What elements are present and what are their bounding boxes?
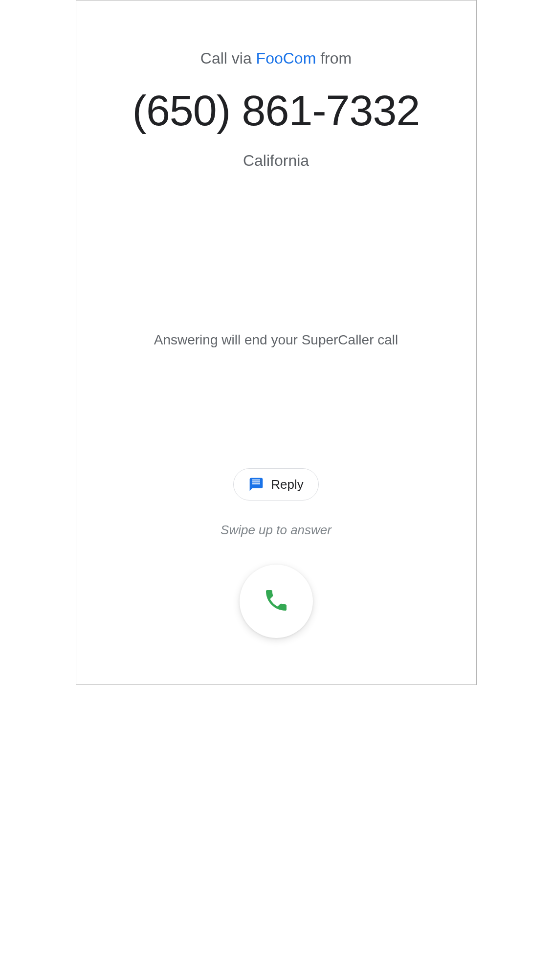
call-actions-area: Reply Swipe up to answer xyxy=(76,468,476,638)
reply-button[interactable]: Reply xyxy=(233,468,318,501)
call-via-suffix: from xyxy=(316,49,352,67)
call-provider-name: FooCom xyxy=(256,49,316,67)
caller-location: California xyxy=(76,152,476,170)
answer-call-button[interactable] xyxy=(240,565,313,638)
reply-button-label: Reply xyxy=(271,477,303,492)
message-icon xyxy=(248,477,264,492)
call-header: Call via FooCom from (650) 861-7332 Cali… xyxy=(76,49,476,170)
incoming-call-screen: Call via FooCom from (650) 861-7332 Cali… xyxy=(76,0,477,685)
swipe-hint-text: Swipe up to answer xyxy=(221,523,331,538)
caller-phone-number: (650) 861-7332 xyxy=(76,87,476,135)
phone-icon xyxy=(263,587,290,616)
call-conflict-warning: Answering will end your SuperCaller call xyxy=(76,332,476,348)
call-via-prefix: Call via xyxy=(200,49,256,67)
call-via-line: Call via FooCom from xyxy=(76,49,476,68)
